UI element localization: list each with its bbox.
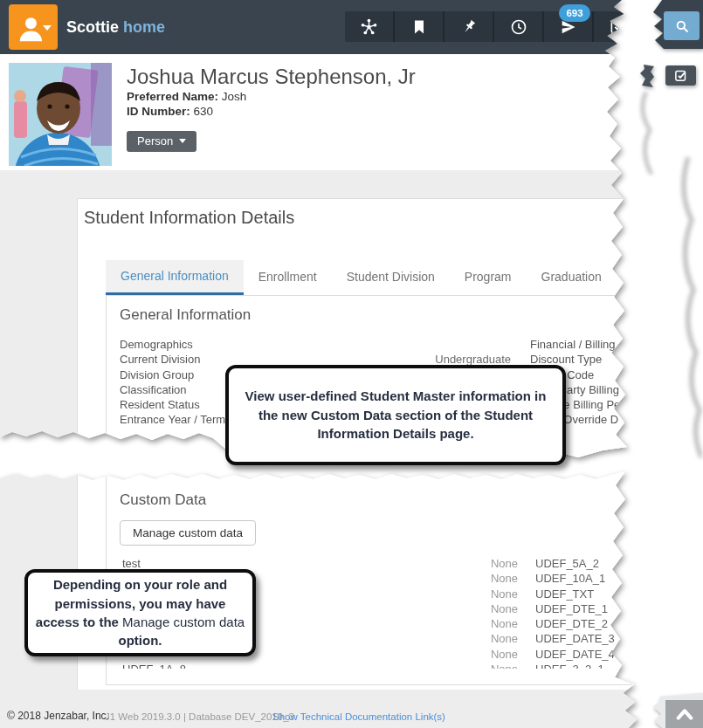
field-label: UDEF_10A_1 [535, 571, 631, 586]
scroll-to-top-button[interactable] [665, 700, 703, 728]
pushpin-icon [460, 18, 478, 36]
field-label: UDEF_DATE_3 [535, 631, 631, 646]
preferred-name-value: Josh [222, 90, 247, 103]
custom-data-heading: Custom Data [120, 491, 206, 509]
custom-data-values: None None None None None None None None [349, 556, 518, 669]
manage-custom-data-button[interactable]: Manage custom data [120, 520, 256, 546]
id-number-value: 630 [194, 105, 214, 118]
field-value: None [349, 662, 518, 669]
navbar-search-fragment [650, 0, 703, 49]
header-tasks-button[interactable] [665, 65, 696, 86]
student-header: Joshua Marcus Stephenson, Jr Preferred N… [0, 54, 703, 170]
brand-primary: Scottie [66, 18, 119, 36]
student-photo [9, 63, 112, 166]
tab-program[interactable]: Program [450, 260, 527, 295]
field-value: None [349, 556, 518, 571]
field-value: None [349, 601, 518, 616]
field-value: None [349, 616, 518, 631]
id-number-row: ID Number: 630 [127, 105, 213, 118]
chevron-down-icon [179, 139, 186, 143]
field-value: None [349, 647, 518, 662]
navbar-toolbar [345, 11, 642, 42]
field-value: None [349, 571, 518, 586]
field-label: Classification [120, 382, 225, 397]
footer-version: J1 Web 2019.3.0 | Database DEV_2019_3 [105, 710, 294, 724]
notification-count-badge: 693 [559, 4, 590, 22]
clock-icon [510, 18, 527, 36]
callout-permissions-note: Depending on your role and permissions, … [24, 569, 256, 656]
brand-secondary: home [123, 18, 165, 36]
torn-edge-shadow [634, 92, 658, 175]
app-brand[interactable]: Scottie home [66, 0, 165, 54]
person-dropdown-label: Person [137, 134, 173, 148]
field-label: Financial / Billing [530, 337, 635, 352]
person-dropdown-button[interactable]: Person [127, 131, 196, 152]
field-label: Entrance Year / Term [120, 412, 225, 427]
tab-graduation[interactable]: Graduation [527, 260, 617, 295]
search-icon [674, 18, 690, 34]
recent-history-button[interactable] [493, 11, 542, 42]
torn-edge-shadow [672, 157, 702, 458]
callout-custom-data-note: View user-defined Student Master informa… [225, 365, 566, 465]
torn-text-remnant [148, 470, 603, 475]
callout-text: View user-defined Student Master informa… [241, 387, 550, 443]
navbar: Scottie home [0, 0, 703, 54]
preferred-name-label: Preferred Name: [127, 90, 218, 103]
panel-title: Student Information Details [84, 208, 294, 228]
field-label: UDEF_TXT [535, 587, 631, 601]
preferred-name-row: Preferred Name: Josh [127, 90, 246, 103]
detail-tabs: General Information Enrollment Student D… [106, 260, 617, 295]
field-value: None [349, 631, 518, 646]
field-value: None [349, 587, 518, 601]
field-value [262, 337, 511, 352]
quick-links-icon [360, 17, 378, 36]
checkbox-check-icon [674, 69, 687, 82]
footer: © 2018 Jenzabar, Inc. J1 Web 2019.3.0 | … [0, 709, 703, 728]
udef-labels: UDEF_5A_2 UDEF_10A_1 UDEF_TXT UDEF_DTE_1… [535, 556, 631, 669]
quick-links-button[interactable] [345, 11, 393, 42]
bookmark-icon [410, 18, 428, 36]
footer-right-fragment [650, 691, 703, 728]
field-label: UDEF_DTE_1 [535, 601, 631, 616]
checkbox-check-icon [610, 18, 626, 35]
id-number-label: ID Number: [127, 105, 190, 118]
chevron-down-icon [43, 25, 52, 31]
tasks-button[interactable] [592, 11, 642, 42]
tab-student-division[interactable]: Student Division [332, 260, 450, 295]
field-label: UDEF_1A_8 [122, 662, 186, 669]
user-avatar-button[interactable] [9, 4, 58, 50]
pinned-items-button[interactable] [443, 11, 493, 42]
chevron-up-icon [675, 707, 694, 721]
field-label: UDEF_3_2_1 [535, 662, 631, 669]
callout-text: Depending on your role and permissions, … [35, 575, 245, 649]
technical-documentation-link[interactable]: Show Technical Documentation Link(s) [272, 710, 445, 724]
student-name: Joshua Marcus Stephenson, Jr [127, 65, 416, 89]
field-label: UDEF_DTE_2 [535, 616, 631, 631]
field-label: Demographics [120, 337, 225, 352]
footer-copyright: © 2018 Jenzabar, Inc. [7, 709, 109, 723]
search-button[interactable] [664, 11, 700, 40]
field-label: UDEF_DATE_4 [535, 647, 631, 662]
bookmarks-button[interactable] [393, 11, 443, 42]
field-label: Division Group [120, 367, 225, 382]
general-information-heading: General Information [120, 306, 251, 324]
field-label: UDEF_5A_2 [535, 556, 631, 571]
field-label: Resident Status [120, 397, 225, 412]
general-info-labels: Demographics Current Division Division G… [120, 337, 225, 428]
field-label: Current Division [120, 352, 225, 367]
torn-button-sliver [638, 65, 654, 87]
page: Scottie home [0, 0, 703, 728]
tab-general-information[interactable]: General Information [106, 260, 244, 295]
tab-enrollment[interactable]: Enrollment [244, 260, 332, 295]
